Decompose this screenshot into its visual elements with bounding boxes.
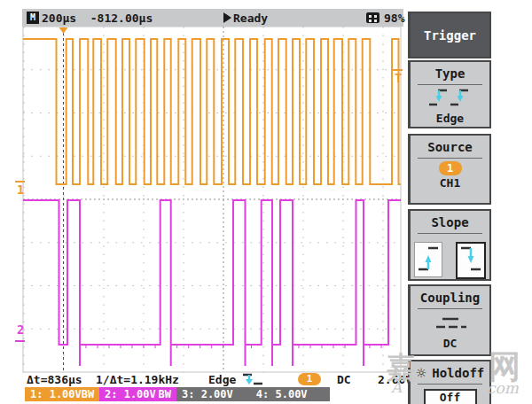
delta-t-readout: Δt=836µs <box>27 373 82 386</box>
ch2-bw-limit: BW <box>159 388 171 400</box>
menu-button-type[interactable]: Type Edge <box>408 60 491 128</box>
timebase-readout: 200µs -812.00µs <box>42 12 153 25</box>
dc-coupling-icon <box>433 314 468 333</box>
rising-edge-icon <box>416 243 441 275</box>
slope-falling-option[interactable] <box>456 242 486 279</box>
ch2-ground-dash <box>15 340 25 342</box>
gear-icon: ☼ <box>416 366 427 380</box>
menu-button-coupling[interactable]: Coupling DC <box>408 284 491 356</box>
trigger-coupling-readout: DC <box>337 373 351 386</box>
frequency-readout: 1/Δt=1.19kHz <box>96 373 179 386</box>
ch2-scale-cell: 2: 1.00VBW <box>99 387 176 401</box>
menu-title-trigger: Trigger <box>408 12 491 58</box>
falling-edge-icon <box>241 372 264 386</box>
channel-scale-bar: 1: 1.00VBW 2: 1.00VBW 3: 2.00V4: 5.00V <box>25 387 330 401</box>
acquisition-status: Ready <box>223 12 268 25</box>
ch1-bw-limit: BW <box>82 388 94 400</box>
menu-button-slope[interactable]: Slope <box>408 209 491 281</box>
falling-edge-icon <box>459 244 482 274</box>
slope-rising-option[interactable] <box>414 242 442 277</box>
oscilloscope-screen: M 200µs -812.00µs Ready 98% 1 2 T Δt=836… <box>0 0 532 404</box>
timebase-m-icon: M <box>27 12 39 24</box>
holdoff-value: Off <box>424 389 477 404</box>
trigger-type-readout: Edge <box>208 373 236 386</box>
trigger-level-marker: T <box>395 73 402 83</box>
battery-level: 98% <box>384 12 404 25</box>
play-icon <box>223 12 231 23</box>
menu-button-source[interactable]: Source 1 CH1 <box>408 134 491 205</box>
battery-icon <box>366 12 379 23</box>
ch2-marker: 2 <box>17 324 24 335</box>
source-channel-badge: 1 <box>439 161 462 175</box>
menu-button-holdoff[interactable]: ☼Holdoff Off <box>408 360 491 404</box>
double-falling-edge-icon <box>427 87 473 108</box>
top-status-bar: M 200µs -812.00µs Ready 98% <box>22 9 403 27</box>
ch1-marker: 1 <box>17 184 24 195</box>
ch34-scale-cell: 3: 2.00V4: 5.00V <box>176 387 330 401</box>
trigger-source-badge: 1 <box>298 373 321 385</box>
ch1-scale-cell: 1: 1.00VBW <box>25 387 99 401</box>
